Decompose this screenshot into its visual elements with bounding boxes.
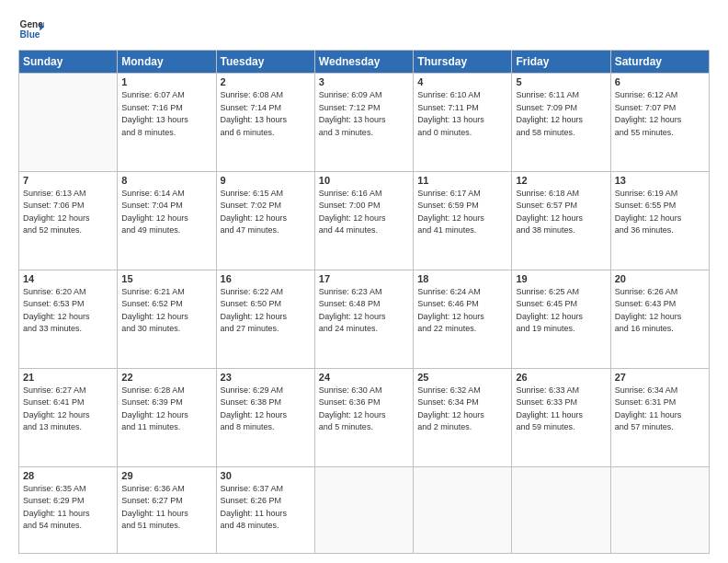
calendar-header-friday: Friday bbox=[512, 51, 610, 74]
calendar-week-4: 21Sunrise: 6:27 AMSunset: 6:41 PMDayligh… bbox=[19, 368, 710, 466]
calendar-cell: 18Sunrise: 6:24 AMSunset: 6:46 PMDayligh… bbox=[414, 270, 512, 368]
calendar-week-5: 28Sunrise: 6:35 AMSunset: 6:29 PMDayligh… bbox=[19, 466, 710, 553]
day-info: Sunrise: 6:18 AMSunset: 6:57 PMDaylight:… bbox=[516, 188, 606, 237]
calendar-cell: 1Sunrise: 6:07 AMSunset: 7:16 PMDaylight… bbox=[118, 74, 216, 172]
day-info: Sunrise: 6:28 AMSunset: 6:39 PMDaylight:… bbox=[121, 385, 211, 434]
day-info: Sunrise: 6:21 AMSunset: 6:52 PMDaylight:… bbox=[121, 286, 211, 336]
day-info: Sunrise: 6:23 AMSunset: 6:48 PMDaylight:… bbox=[319, 286, 409, 336]
calendar-cell: 12Sunrise: 6:18 AMSunset: 6:57 PMDayligh… bbox=[512, 171, 610, 270]
day-info: Sunrise: 6:11 AMSunset: 7:09 PMDaylight:… bbox=[516, 89, 606, 139]
calendar-cell: 25Sunrise: 6:32 AMSunset: 6:34 PMDayligh… bbox=[414, 368, 512, 466]
calendar-cell: 10Sunrise: 6:16 AMSunset: 7:00 PMDayligh… bbox=[314, 171, 413, 270]
day-number: 17 bbox=[319, 273, 409, 284]
day-number: 23 bbox=[221, 372, 311, 383]
calendar-cell: 27Sunrise: 6:34 AMSunset: 6:31 PMDayligh… bbox=[610, 368, 709, 466]
page: General Blue SundayMondayTuesdayWednesda… bbox=[0, 0, 728, 563]
day-number: 1 bbox=[121, 76, 211, 87]
calendar-cell: 15Sunrise: 6:21 AMSunset: 6:52 PMDayligh… bbox=[118, 270, 216, 368]
calendar-header-saturday: Saturday bbox=[610, 51, 709, 74]
calendar-cell: 26Sunrise: 6:33 AMSunset: 6:33 PMDayligh… bbox=[512, 368, 610, 466]
calendar-header-sunday: Sunday bbox=[19, 51, 118, 74]
calendar-cell bbox=[414, 466, 512, 553]
calendar-cell: 21Sunrise: 6:27 AMSunset: 6:41 PMDayligh… bbox=[19, 368, 118, 466]
day-number: 19 bbox=[516, 273, 606, 284]
day-info: Sunrise: 6:08 AMSunset: 7:14 PMDaylight:… bbox=[221, 89, 311, 139]
calendar-cell: 14Sunrise: 6:20 AMSunset: 6:53 PMDayligh… bbox=[19, 270, 118, 368]
day-number: 8 bbox=[121, 175, 211, 186]
day-info: Sunrise: 6:37 AMSunset: 6:26 PMDaylight:… bbox=[221, 483, 311, 533]
day-number: 18 bbox=[417, 273, 507, 284]
day-number: 20 bbox=[615, 273, 705, 284]
calendar-cell: 11Sunrise: 6:17 AMSunset: 6:59 PMDayligh… bbox=[414, 171, 512, 270]
day-info: Sunrise: 6:20 AMSunset: 6:53 PMDaylight:… bbox=[23, 286, 113, 336]
calendar-cell: 20Sunrise: 6:26 AMSunset: 6:43 PMDayligh… bbox=[610, 270, 709, 368]
day-number: 13 bbox=[615, 175, 705, 186]
day-info: Sunrise: 6:32 AMSunset: 6:34 PMDaylight:… bbox=[417, 385, 507, 434]
day-info: Sunrise: 6:10 AMSunset: 7:11 PMDaylight:… bbox=[417, 89, 507, 139]
calendar-cell: 30Sunrise: 6:37 AMSunset: 6:26 PMDayligh… bbox=[216, 466, 314, 553]
logo-icon: General Blue bbox=[18, 17, 44, 42]
day-number: 27 bbox=[615, 372, 705, 383]
day-number: 15 bbox=[121, 273, 211, 284]
calendar-cell: 13Sunrise: 6:19 AMSunset: 6:55 PMDayligh… bbox=[610, 171, 709, 270]
calendar-header-row: SundayMondayTuesdayWednesdayThursdayFrid… bbox=[19, 51, 710, 74]
day-info: Sunrise: 6:36 AMSunset: 6:27 PMDaylight:… bbox=[121, 483, 211, 533]
calendar-week-3: 14Sunrise: 6:20 AMSunset: 6:53 PMDayligh… bbox=[19, 270, 710, 368]
calendar-cell: 6Sunrise: 6:12 AMSunset: 7:07 PMDaylight… bbox=[610, 74, 709, 172]
day-number: 10 bbox=[319, 175, 409, 186]
calendar-cell bbox=[610, 466, 709, 553]
calendar: SundayMondayTuesdayWednesdayThursdayFrid… bbox=[18, 50, 710, 554]
svg-text:Blue: Blue bbox=[20, 29, 40, 40]
calendar-cell: 23Sunrise: 6:29 AMSunset: 6:38 PMDayligh… bbox=[216, 368, 314, 466]
day-info: Sunrise: 6:26 AMSunset: 6:43 PMDaylight:… bbox=[615, 286, 705, 336]
day-info: Sunrise: 6:27 AMSunset: 6:41 PMDaylight:… bbox=[23, 385, 113, 434]
day-number: 4 bbox=[417, 76, 507, 87]
calendar-cell: 2Sunrise: 6:08 AMSunset: 7:14 PMDaylight… bbox=[216, 74, 314, 172]
day-number: 25 bbox=[417, 372, 507, 383]
calendar-header-wednesday: Wednesday bbox=[314, 51, 413, 74]
day-number: 12 bbox=[516, 175, 606, 186]
calendar-header-thursday: Thursday bbox=[414, 51, 512, 74]
day-number: 21 bbox=[23, 372, 113, 383]
calendar-cell: 16Sunrise: 6:22 AMSunset: 6:50 PMDayligh… bbox=[216, 270, 314, 368]
calendar-cell: 19Sunrise: 6:25 AMSunset: 6:45 PMDayligh… bbox=[512, 270, 610, 368]
day-number: 14 bbox=[23, 273, 113, 284]
day-info: Sunrise: 6:19 AMSunset: 6:55 PMDaylight:… bbox=[615, 188, 705, 237]
calendar-cell: 29Sunrise: 6:36 AMSunset: 6:27 PMDayligh… bbox=[118, 466, 216, 553]
day-info: Sunrise: 6:12 AMSunset: 7:07 PMDaylight:… bbox=[615, 89, 705, 139]
calendar-cell: 3Sunrise: 6:09 AMSunset: 7:12 PMDaylight… bbox=[314, 74, 413, 172]
day-info: Sunrise: 6:13 AMSunset: 7:06 PMDaylight:… bbox=[23, 188, 113, 237]
day-info: Sunrise: 6:30 AMSunset: 6:36 PMDaylight:… bbox=[319, 385, 409, 434]
calendar-cell: 5Sunrise: 6:11 AMSunset: 7:09 PMDaylight… bbox=[512, 74, 610, 172]
day-number: 29 bbox=[121, 470, 211, 481]
day-number: 2 bbox=[221, 76, 311, 87]
day-info: Sunrise: 6:34 AMSunset: 6:31 PMDaylight:… bbox=[615, 385, 705, 434]
day-number: 16 bbox=[221, 273, 311, 284]
day-number: 24 bbox=[319, 372, 409, 383]
calendar-cell bbox=[512, 466, 610, 553]
calendar-header-tuesday: Tuesday bbox=[216, 51, 314, 74]
day-info: Sunrise: 6:35 AMSunset: 6:29 PMDaylight:… bbox=[23, 483, 113, 533]
day-number: 6 bbox=[615, 76, 705, 87]
calendar-cell: 22Sunrise: 6:28 AMSunset: 6:39 PMDayligh… bbox=[118, 368, 216, 466]
day-info: Sunrise: 6:17 AMSunset: 6:59 PMDaylight:… bbox=[417, 188, 507, 237]
day-number: 7 bbox=[23, 175, 113, 186]
day-info: Sunrise: 6:22 AMSunset: 6:50 PMDaylight:… bbox=[221, 286, 311, 336]
day-number: 30 bbox=[221, 470, 311, 481]
calendar-cell: 17Sunrise: 6:23 AMSunset: 6:48 PMDayligh… bbox=[314, 270, 413, 368]
calendar-cell bbox=[19, 74, 118, 172]
day-info: Sunrise: 6:07 AMSunset: 7:16 PMDaylight:… bbox=[121, 89, 211, 139]
logo: General Blue bbox=[18, 17, 44, 42]
day-info: Sunrise: 6:25 AMSunset: 6:45 PMDaylight:… bbox=[516, 286, 606, 336]
day-number: 28 bbox=[23, 470, 113, 481]
calendar-cell bbox=[314, 466, 413, 553]
day-info: Sunrise: 6:24 AMSunset: 6:46 PMDaylight:… bbox=[417, 286, 507, 336]
day-info: Sunrise: 6:14 AMSunset: 7:04 PMDaylight:… bbox=[121, 188, 211, 237]
day-info: Sunrise: 6:29 AMSunset: 6:38 PMDaylight:… bbox=[221, 385, 311, 434]
day-number: 3 bbox=[319, 76, 409, 87]
day-info: Sunrise: 6:15 AMSunset: 7:02 PMDaylight:… bbox=[221, 188, 311, 237]
day-number: 22 bbox=[121, 372, 211, 383]
day-number: 26 bbox=[516, 372, 606, 383]
day-number: 9 bbox=[221, 175, 311, 186]
calendar-cell: 24Sunrise: 6:30 AMSunset: 6:36 PMDayligh… bbox=[314, 368, 413, 466]
